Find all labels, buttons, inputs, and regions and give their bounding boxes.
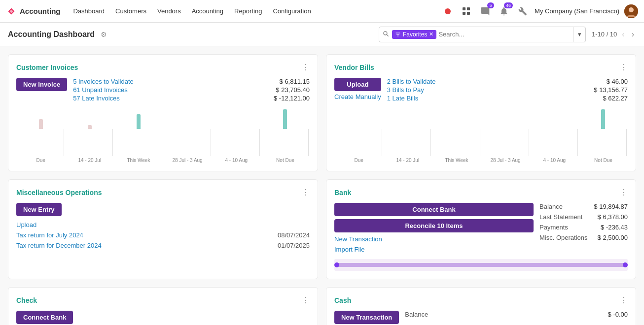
record-button[interactable]	[441, 4, 455, 18]
misc-operations-card: Miscellaneous Operations ⋮ New Entry Upl…	[8, 179, 318, 279]
payments-label: Payments	[539, 224, 568, 231]
bills-to-pay-link[interactable]: 3 Bills to Pay	[387, 86, 436, 94]
navbar-right: 5 46 My Company (San Francisco)	[441, 4, 638, 18]
search-dropdown-button[interactable]: ▾	[573, 27, 585, 42]
svg-rect-3	[467, 12, 470, 15]
create-manually-link[interactable]: Create Manually	[334, 93, 381, 100]
cash-content: New Transaction Balance $ -0.00	[334, 311, 628, 324]
vendor-bills-title: Vendor Bills	[334, 64, 374, 71]
late-invoices-link[interactable]: 57 Late Invoices	[73, 95, 134, 102]
misc-upload-link[interactable]: Upload	[16, 221, 310, 228]
customer-invoices-menu-icon[interactable]: ⋮	[302, 63, 310, 72]
misc-operations-menu-icon[interactable]: ⋮	[302, 188, 310, 197]
brand[interactable]: Accounting	[6, 6, 61, 17]
bank-content: Connect Bank Reconcile 10 Items New Tran…	[334, 203, 628, 253]
bank-header: Bank ⋮	[334, 188, 628, 197]
new-transaction-link[interactable]: New Transaction	[334, 235, 534, 243]
scrollbar-left-handle[interactable]	[334, 262, 339, 267]
scrollbar-right-handle[interactable]	[623, 262, 628, 267]
filter-tag-favorites: Favorites ✕	[392, 30, 436, 39]
reconcile-button[interactable]: Reconcile 10 Items	[334, 219, 534, 232]
customer-invoices-title: Customer Invoices	[16, 64, 78, 71]
tax-december-date: 01/07/2025	[278, 242, 310, 249]
check-header: Check ⋮	[16, 295, 310, 305]
nav-customers[interactable]: Customers	[110, 5, 151, 17]
upload-button[interactable]: Upload	[334, 78, 381, 91]
company-name: My Company (San Francisco)	[535, 7, 619, 15]
bell-button[interactable]: 46	[497, 4, 511, 18]
nav-dashboard[interactable]: Dashboard	[69, 5, 110, 17]
cash-card: Cash ⋮ New Transaction Balance $ -0.00	[326, 287, 636, 325]
late-invoices-value: $ -12,121.00	[274, 95, 310, 102]
misc-ops-value: $ 2,500.00	[598, 234, 628, 241]
invoices-to-validate-link[interactable]: 5 Invoices to Validate	[73, 78, 134, 85]
new-invoice-button[interactable]: New Invoice	[16, 78, 67, 91]
chat-button[interactable]: 5	[478, 4, 492, 18]
wrench-icon	[518, 7, 527, 16]
nav-configuration[interactable]: Configuration	[268, 5, 316, 17]
odoo-logo-icon	[6, 6, 17, 17]
chart-bar	[137, 114, 141, 129]
nav-links: Dashboard Customers Vendors Accounting R…	[69, 5, 437, 17]
settings-gear-icon[interactable]: ⚙	[101, 31, 107, 38]
bank-menu-icon[interactable]: ⋮	[620, 188, 628, 197]
misc-operations-title: Miscellaneous Operations	[16, 189, 102, 196]
svg-rect-0	[463, 7, 465, 10]
chat-badge: 5	[487, 2, 494, 8]
bank-left: Connect Bank Reconcile 10 Items New Tran…	[334, 203, 534, 253]
cash-header: Cash ⋮	[334, 295, 628, 305]
check-content: Connect Bank	[16, 311, 310, 324]
grid-button[interactable]	[460, 4, 473, 18]
nav-accounting[interactable]: Accounting	[187, 5, 228, 17]
misc-ops-content: New Entry Upload Tax return for July 202…	[16, 203, 310, 249]
pagination-prev-button[interactable]: ‹	[620, 29, 626, 40]
late-bills-link[interactable]: 1 Late Bills	[387, 95, 436, 102]
nav-vendors[interactable]: Vendors	[152, 5, 186, 17]
pagination: 1-10 / 10 ‹ ›	[592, 29, 636, 40]
pagination-text: 1-10 / 10	[592, 31, 617, 38]
nav-reporting[interactable]: Reporting	[229, 5, 267, 17]
import-file-link[interactable]: Import File	[334, 246, 534, 253]
vchart-notdue: Not Due	[594, 158, 612, 163]
pagination-next-button[interactable]: ›	[630, 29, 636, 40]
brand-name: Accounting	[20, 7, 61, 15]
search-input[interactable]	[436, 31, 573, 38]
cash-menu-icon[interactable]: ⋮	[620, 295, 628, 305]
vchart-due: Due	[354, 158, 363, 163]
tax-july-link[interactable]: Tax return for July 2024	[16, 231, 83, 239]
unpaid-invoices-value: $ 23,705.40	[274, 86, 310, 94]
vchart-4aug: 4 - 10 Aug	[543, 158, 566, 163]
svg-point-5	[629, 7, 634, 12]
check-connect-bank-button[interactable]: Connect Bank	[16, 311, 73, 324]
check-menu-icon[interactable]: ⋮	[302, 295, 310, 305]
late-bills-value: $ 622.27	[594, 95, 628, 102]
customer-invoices-chart: Due 14 - 20 Jul This Week 28 Jul - 3 Aug	[16, 107, 310, 163]
balance-value: $ 19,894.87	[594, 203, 628, 210]
new-entry-button[interactable]: New Entry	[16, 203, 62, 216]
vendor-bills-chart: Due 14 - 20 Jul This Week 28 Jul - 3 Aug	[334, 107, 628, 163]
vchart-bar	[601, 109, 605, 129]
bills-to-pay-value: $ 13,156.77	[594, 86, 628, 94]
user-avatar[interactable]	[624, 4, 638, 18]
scrollbar-thumb[interactable]	[337, 263, 625, 267]
payments-value: $ -236.43	[601, 224, 628, 231]
chart-bar	[88, 125, 92, 129]
filter-remove-icon[interactable]: ✕	[429, 31, 433, 37]
tax-december-link[interactable]: Tax return for December 2024	[16, 242, 102, 249]
vendor-bills-card: Vendor Bills ⋮ Upload Create Manually 2 …	[326, 54, 636, 171]
vendor-bills-menu-icon[interactable]: ⋮	[620, 63, 628, 72]
chart-label-14jul: 14 - 20 Jul	[78, 158, 101, 163]
wrench-button[interactable]	[516, 4, 530, 18]
unpaid-invoices-link[interactable]: 61 Unpaid Invoices	[73, 86, 134, 94]
chart-label-due: Due	[36, 158, 45, 163]
customer-invoices-header: Customer Invoices ⋮	[16, 63, 310, 72]
connect-bank-button[interactable]: Connect Bank	[334, 203, 534, 216]
search-icon	[379, 30, 392, 38]
chart-label-28jul: 28 Jul - 3 Aug	[173, 158, 203, 163]
bank-right: Balance $ 19,894.87 Last Statement $ 6,3…	[539, 203, 628, 253]
cash-new-transaction-button[interactable]: New Transaction	[334, 311, 399, 324]
vchart-thisweek: This Week	[445, 158, 468, 163]
bank-title: Bank	[334, 189, 351, 196]
bills-to-validate-link[interactable]: 2 Bills to Validate	[387, 78, 436, 85]
svg-rect-1	[467, 7, 470, 10]
